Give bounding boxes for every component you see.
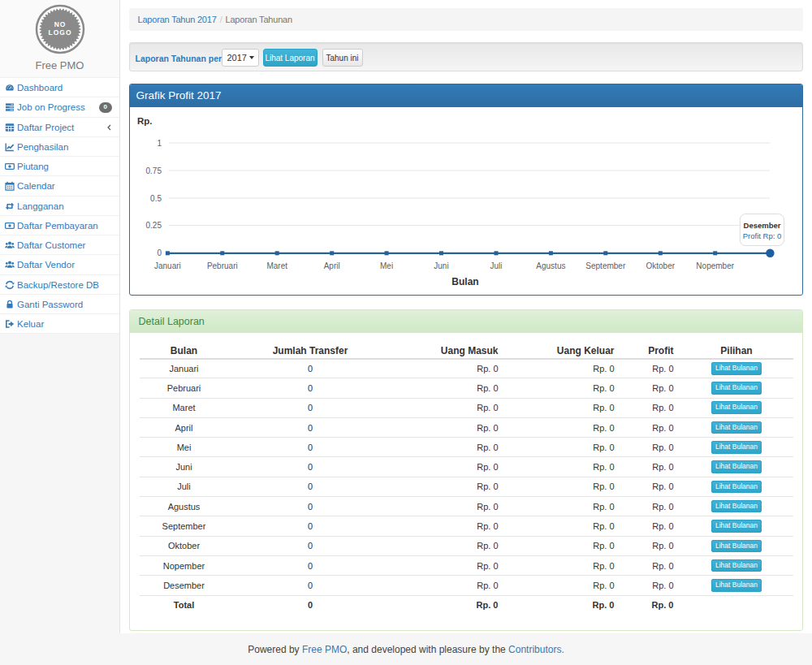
svg-text:1: 1 bbox=[157, 139, 162, 148]
svg-text:Profit Rp: 0: Profit Rp: 0 bbox=[743, 231, 782, 240]
svg-text:April: April bbox=[324, 261, 340, 270]
svg-text:Pebruari: Pebruari bbox=[207, 261, 238, 270]
svg-text:Maret: Maret bbox=[266, 261, 287, 270]
svg-text:Juli: Juli bbox=[490, 261, 502, 270]
svg-text:0.75: 0.75 bbox=[146, 166, 162, 175]
svg-text:September: September bbox=[585, 261, 626, 270]
svg-text:NO: NO bbox=[54, 20, 66, 28]
svg-text:0.25: 0.25 bbox=[146, 221, 162, 230]
svg-text:Desember: Desember bbox=[744, 221, 781, 230]
svg-text:Juni: Juni bbox=[434, 261, 448, 270]
svg-text:LOGO: LOGO bbox=[48, 28, 71, 37]
svg-text:Bulan: Bulan bbox=[451, 276, 478, 287]
svg-text:0: 0 bbox=[157, 248, 162, 257]
svg-text:0.5: 0.5 bbox=[150, 194, 162, 203]
svg-text:Mei: Mei bbox=[380, 261, 393, 270]
svg-text:Agustus: Agustus bbox=[536, 261, 565, 270]
svg-text:Rp.: Rp. bbox=[137, 116, 153, 126]
svg-text:Nopember: Nopember bbox=[696, 261, 734, 270]
svg-text:Januari: Januari bbox=[154, 261, 181, 270]
svg-text:Oktober: Oktober bbox=[646, 261, 676, 270]
